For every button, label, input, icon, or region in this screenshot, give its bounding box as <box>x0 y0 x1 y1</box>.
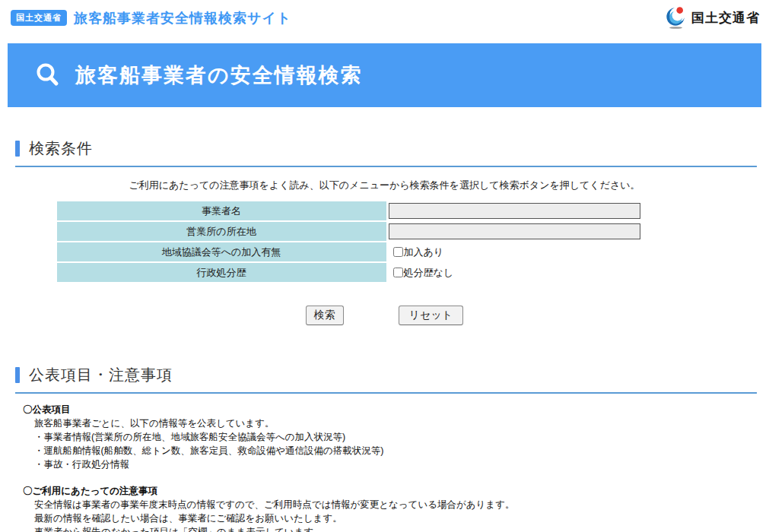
form-buttons: 検索 リセット <box>0 306 769 325</box>
search-button[interactable]: 検索 <box>306 306 344 325</box>
published-items-line: ・事故・行政処分情報 <box>23 458 754 471</box>
row-value-operator-name <box>386 201 713 220</box>
site-title-link[interactable]: 旅客船事業者安全情報検索サイト <box>74 9 291 27</box>
row-value-office-location <box>386 222 713 241</box>
operator-name-input[interactable] <box>389 203 640 219</box>
published-items-line: ・事業者情報(営業所の所在地、地域旅客船安全協議会等への加入状況等) <box>23 430 754 444</box>
search-icon <box>34 62 62 89</box>
row-value-disposition-history: 処分歴なし <box>386 263 713 282</box>
usage-notes-line: 事業者から報告のなかった項目は「空欄」のまま表示しています。 <box>23 525 754 532</box>
published-items-title: 〇公表項目 <box>23 403 754 416</box>
table-row-council-membership: 地域協議会等への加入有無 加入あり <box>57 242 713 261</box>
row-value-council-membership: 加入あり <box>386 242 713 261</box>
row-label-disposition-history: 行政処分歴 <box>57 263 386 282</box>
mlit-logo-text: 国土交通省 <box>691 9 760 27</box>
search-instruction: ご利用にあたっての注意事項をよく読み、以下のメニューから検索条件を選択して検索ボ… <box>0 179 769 192</box>
council-membership-checkbox[interactable] <box>393 247 403 257</box>
row-label-council-membership: 地域協議会等への加入有無 <box>57 242 386 261</box>
disposition-history-checkbox-label: 処分歴なし <box>404 266 454 280</box>
published-items-line: ・運航船舶情報(船舶数、総トン数、旅客定員、救命設備や通信設備の搭載状況等) <box>23 444 754 458</box>
disposition-history-checkbox-wrap: 処分歴なし <box>389 266 454 280</box>
council-membership-checkbox-wrap: 加入あり <box>389 245 444 259</box>
usage-notes-line: 安全情報は事業者の事業年度末時点の情報ですので、ご利用時点では情報が変更となって… <box>23 498 754 511</box>
mlit-logo-link[interactable]: 国土交通省 <box>665 4 760 33</box>
page-title: 旅客船事業者の安全情報検索 <box>75 62 363 89</box>
council-membership-checkbox-label: 加入あり <box>404 245 444 259</box>
mlit-emblem-icon <box>665 4 688 33</box>
search-conditions-table: 事業者名 営業所の所在地 地域協議会等への加入有無 加入あり 行政処分歴 <box>57 201 713 282</box>
table-row-disposition-history: 行政処分歴 処分歴なし <box>57 263 713 282</box>
table-row-operator-name: 事業者名 <box>57 201 713 220</box>
search-section-title: 検索条件 <box>29 138 93 159</box>
gov-badge: 国土交通省 <box>11 10 67 26</box>
disposition-history-checkbox[interactable] <box>393 268 403 277</box>
row-label-operator-name: 事業者名 <box>57 201 386 220</box>
section-accent-bar <box>15 141 20 157</box>
top-header: 国土交通省 旅客船事業者安全情報検索サイト 国土交通省 <box>0 0 769 36</box>
notes-section-header: 公表項目・注意事項 <box>15 365 757 394</box>
usage-notes-line: 最新の情報を確認したい場合は、事業者にご確認をお願いいたします。 <box>23 511 754 525</box>
notes-block: 〇公表項目 旅客船事業者ごとに、以下の情報等を公表しています。 ・事業者情報(営… <box>23 403 754 532</box>
usage-notes-title: 〇ご利用にあたっての注意事項 <box>23 484 754 498</box>
office-location-input[interactable] <box>389 223 640 239</box>
published-items-line: 旅客船事業者ごとに、以下の情報等を公表しています。 <box>23 416 754 430</box>
page-banner: 旅客船事業者の安全情報検索 <box>8 43 761 107</box>
published-items-group: 〇公表項目 旅客船事業者ごとに、以下の情報等を公表しています。 ・事業者情報(営… <box>23 403 754 471</box>
usage-notes-group: 〇ご利用にあたっての注意事項 安全情報は事業者の事業年度末時点の情報ですので、ご… <box>23 484 754 532</box>
search-section-header: 検索条件 <box>15 138 757 167</box>
section-accent-bar <box>15 367 20 383</box>
reset-button[interactable]: リセット <box>399 306 463 325</box>
table-row-office-location: 営業所の所在地 <box>57 222 713 241</box>
main-content: 検索条件 ご利用にあたっての注意事項をよく読み、以下のメニューから検索条件を選択… <box>0 138 769 532</box>
row-label-office-location: 営業所の所在地 <box>57 222 386 241</box>
notes-section-title: 公表項目・注意事項 <box>29 365 173 385</box>
